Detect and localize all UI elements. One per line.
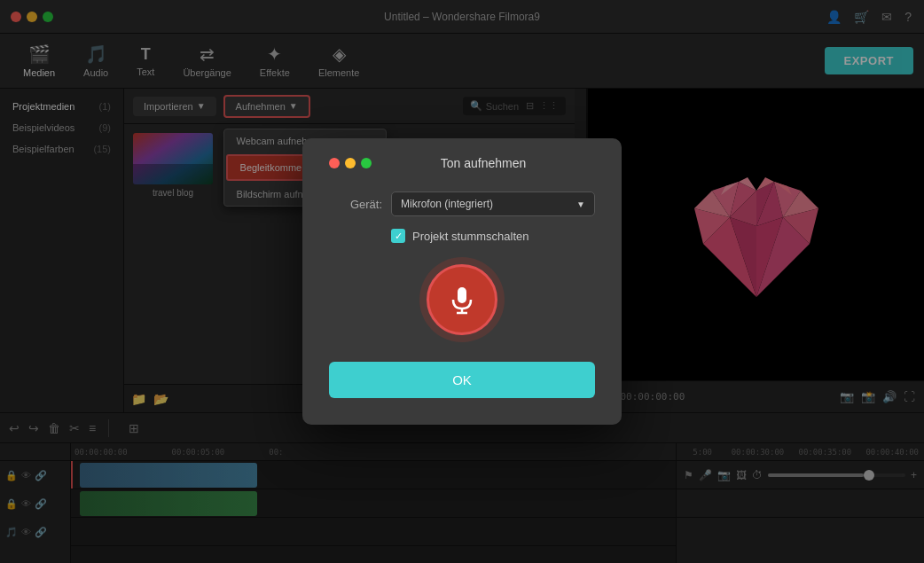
modal-titlebar: Ton aufnehmen <box>329 156 595 170</box>
modal-max-button[interactable] <box>361 158 372 168</box>
modal-min-button[interactable] <box>345 158 356 168</box>
microphone-button[interactable] <box>427 264 497 335</box>
mic-button-container <box>329 264 595 335</box>
modal-device-value: Mikrofon (integriert) <box>401 198 493 210</box>
modal-close-button[interactable] <box>329 158 340 168</box>
project-mute-label: Projekt stummschalten <box>412 230 529 243</box>
modal-window-controls <box>329 158 372 168</box>
modal-device-select[interactable]: Mikrofon (integriert) ▼ <box>391 192 595 216</box>
modal-overlay: Ton aufnehmen Gerät: Mikrofon (integrier… <box>0 0 924 563</box>
modal-title: Ton aufnehmen <box>372 156 595 170</box>
modal-select-chevron: ▼ <box>576 199 585 209</box>
modal-ok-button[interactable]: OK <box>329 362 595 398</box>
modal-checkbox-row: ✓ Projekt stummschalten <box>391 229 595 243</box>
svg-rect-18 <box>458 287 466 303</box>
mic-svg-icon <box>446 284 478 316</box>
record-audio-modal: Ton aufnehmen Gerät: Mikrofon (integrier… <box>302 138 622 425</box>
project-mute-checkbox[interactable]: ✓ <box>391 229 405 243</box>
modal-device-label: Gerät: <box>329 198 382 211</box>
modal-device-field: Gerät: Mikrofon (integriert) ▼ <box>329 192 595 216</box>
